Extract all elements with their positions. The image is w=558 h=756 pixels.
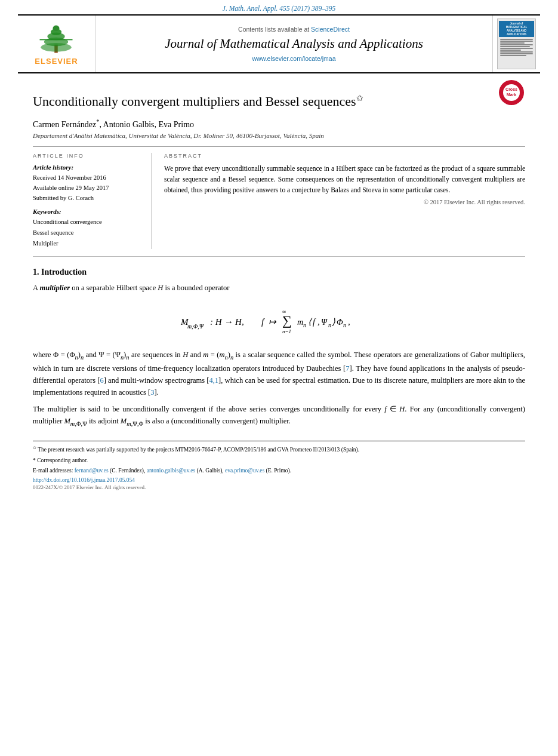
elsevier-tree-icon — [35, 23, 77, 56]
article-info-heading: ARTICLE INFO — [33, 153, 143, 159]
star-footnote: ✩ The present research was partially sup… — [33, 445, 525, 454]
sciencedirect-link[interactable]: ScienceDirect — [311, 26, 350, 33]
author-fernandez: Carmen Fernández* — [33, 120, 99, 129]
thumb-content — [499, 38, 534, 57]
journal-reference: J. Math. Anal. Appl. 455 (2017) 389–395 — [0, 0, 558, 14]
svg-text:Ψ: Ψ — [321, 318, 328, 327]
received-date: Received 14 November 2016 — [33, 173, 143, 183]
svg-text:,: , — [348, 317, 350, 327]
journal-header-center: Contents lists available at ScienceDirec… — [95, 16, 492, 72]
affiliation: Departament d'Anàlisi Matemàtica, Univer… — [33, 131, 525, 140]
svg-text:: H → H,: : H → H, — [210, 317, 244, 327]
math-formula: M m,Φ,Ψ : H → H, f ↦ ∑ n=1 ∞ m n ⟨ f , Ψ… — [33, 302, 525, 340]
journal-header: ELSEVIER Contents lists available at Sci… — [18, 14, 540, 73]
svg-text:n: n — [328, 322, 331, 328]
email-galbis[interactable]: antonio.galbis@uv.es — [147, 468, 195, 474]
journal-cover-thumbnail: Journal ofMATHEMATICALANALYSIS ANDAPPLIC… — [497, 19, 536, 69]
and-text: and — [86, 351, 97, 359]
email-addresses: E-mail addresses: fernand@uv.es (C. Fern… — [33, 466, 525, 475]
svg-text:n: n — [303, 322, 306, 328]
title-footnote-marker: ✩ — [356, 94, 363, 103]
doi-link[interactable]: http://dx.doi.org/10.1016/j.jmaa.2017.05… — [33, 477, 525, 483]
svg-text:Φ: Φ — [337, 318, 343, 327]
svg-text:↦: ↦ — [269, 317, 277, 327]
elsevier-logo: ELSEVIER — [35, 23, 78, 66]
abstract-text: We prove that every unconditionally summ… — [164, 164, 525, 195]
svg-text:m: m — [297, 318, 303, 327]
copyright: © 2017 Elsevier Inc. All rights reserved… — [164, 199, 525, 205]
article-info-column: ARTICLE INFO Article history: Received 1… — [33, 153, 152, 249]
svg-text:m,Φ,Ψ: m,Φ,Ψ — [187, 323, 204, 330]
intro-para1: A multiplier on a separable Hilbert spac… — [33, 282, 525, 294]
abstract-column: ABSTRACT We prove that every uncondition… — [164, 153, 525, 249]
corresponding-author-note: * Corresponding author. — [33, 456, 525, 465]
authors-list: Carmen Fernández*, Antonio Galbis, Eva P… — [33, 118, 525, 130]
svg-text:f: f — [261, 317, 265, 327]
svg-text:Cross: Cross — [505, 87, 517, 91]
email-fernandez[interactable]: fernand@uv.es — [75, 468, 109, 474]
journal-ref-text: J. Math. Anal. Appl. 455 (2017) 389–395 — [223, 5, 335, 12]
submitted-by: Submitted by G. Corach — [33, 193, 143, 204]
available-date: Available online 29 May 2017 — [33, 183, 143, 193]
author-primo: Eva Primo — [159, 120, 195, 129]
issn: 0022-247X/© 2017 Elsevier Inc. All right… — [33, 484, 525, 490]
crossmark-badge[interactable]: Cross Mark — [498, 79, 525, 112]
intro-para3: The multiplier is said to be uncondition… — [33, 403, 525, 429]
intro-para2: where Φ = (Φn)n and Ψ = (Ψn)n are sequen… — [33, 349, 525, 398]
section-divider — [33, 256, 525, 257]
article-info-abstract: ARTICLE INFO Article history: Received 1… — [33, 146, 525, 249]
svg-text:n: n — [343, 322, 346, 328]
svg-point-6 — [53, 25, 60, 30]
svg-text:Mark: Mark — [507, 93, 516, 97]
page: J. Math. Anal. Appl. 455 (2017) 389–395 — [0, 0, 558, 756]
thumb-title: Journal ofMATHEMATICALANALYSIS ANDAPPLIC… — [499, 21, 534, 37]
svg-text:⟩: ⟩ — [332, 317, 335, 327]
svg-text:n=1: n=1 — [282, 328, 291, 334]
introduction-heading: 1. Introduction — [33, 268, 525, 277]
keyword-1: Unconditional convergence — [33, 217, 143, 228]
contents-label: Contents lists available at ScienceDirec… — [238, 26, 350, 33]
svg-text:,: , — [317, 317, 320, 327]
abstract-heading: ABSTRACT — [164, 153, 525, 159]
journal-url[interactable]: www.elsevier.com/locate/jmaa — [252, 55, 335, 62]
keyword-3: Multiplier — [33, 238, 143, 249]
article-title: Unconditionally convergent multipliers a… — [33, 93, 363, 110]
svg-text:∞: ∞ — [282, 309, 286, 315]
history-label: Article history: — [33, 164, 143, 171]
svg-text:∑: ∑ — [282, 313, 292, 328]
journal-title: Journal of Mathematical Analysis and App… — [165, 36, 423, 52]
svg-text:f: f — [313, 318, 316, 327]
keyword-2: Bessel sequence — [33, 228, 143, 238]
footnotes: ✩ The present research was partially sup… — [33, 441, 525, 490]
main-content: Unconditionally convergent multipliers a… — [0, 73, 558, 502]
elsevier-logo-area: ELSEVIER — [18, 16, 95, 72]
email-primo[interactable]: eva.primo@uv.es — [225, 468, 264, 474]
svg-text:⟨: ⟨ — [308, 317, 313, 327]
journal-thumbnail-area: Journal ofMATHEMATICALANALYSIS ANDAPPLIC… — [492, 16, 540, 72]
author-galbis: Antonio Galbis — [103, 120, 155, 129]
elsevier-wordmark: ELSEVIER — [35, 57, 78, 66]
keywords-label: Keywords: — [33, 208, 143, 215]
